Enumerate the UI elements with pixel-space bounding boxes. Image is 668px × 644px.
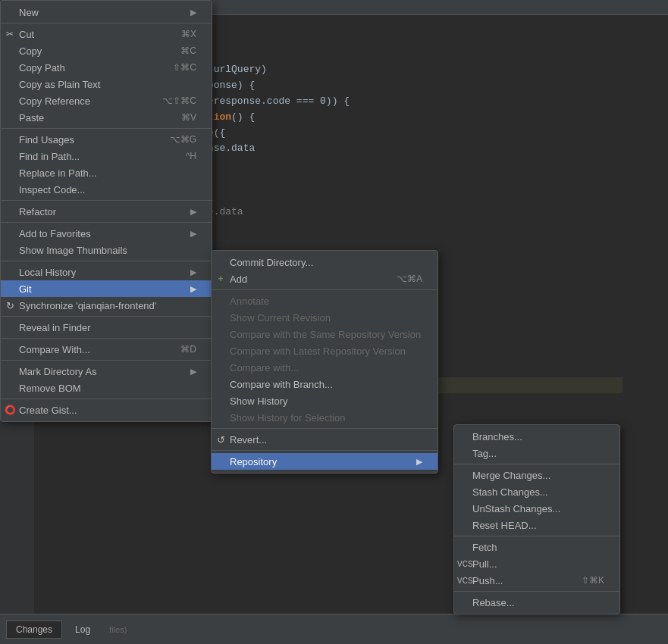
repo-pull[interactable]: VCS Pull...: [454, 555, 619, 572]
repo-branches[interactable]: Branches...: [454, 428, 619, 445]
repo-unstash[interactable]: UnStash Changes...: [454, 500, 619, 517]
menu-item-gist[interactable]: ⭕ Create Gist...: [1, 402, 212, 418]
repo-stash[interactable]: Stash Changes...: [454, 483, 619, 500]
menu-item-find-usages[interactable]: Find Usages ⌥⌘G: [1, 131, 212, 148]
add-icon: +: [215, 274, 227, 284]
bottom-bar: Changes Log files): [0, 614, 668, 644]
repo-push[interactable]: VCS Push... ⇧⌘K: [454, 572, 619, 589]
menu-item-cut[interactable]: ✂ Cut ⌘X: [1, 26, 212, 42]
menu-item-copy-plain[interactable]: Copy as Plain Text: [1, 76, 212, 92]
menu-separator: [1, 23, 212, 23]
menu-separator: [454, 536, 619, 536]
menu-separator: [212, 450, 437, 451]
arrow-icon: ▶: [190, 229, 196, 239]
arrow-icon: ▶: [190, 267, 196, 277]
push-icon: VCS: [457, 577, 469, 585]
menu-item-remove-bom[interactable]: Remove BOM: [1, 380, 212, 396]
arrow-icon: ▶: [190, 367, 196, 377]
menu-item-mark-dir[interactable]: Mark Directory As ▶: [1, 363, 212, 380]
bottom-status: files): [109, 625, 127, 634]
cut-icon: ✂: [4, 29, 16, 39]
sync-icon: ↻: [4, 300, 16, 311]
tab-log[interactable]: Log: [65, 621, 100, 639]
pull-icon: VCS: [457, 560, 469, 568]
arrow-icon: ▶: [190, 207, 196, 217]
menu-separator: [1, 261, 212, 261]
git-commit-dir[interactable]: Commit Directory...: [212, 254, 437, 270]
menu-separator: [212, 428, 437, 429]
git-add[interactable]: + Add ⌥⌘A: [212, 270, 437, 287]
context-menu: New ▶ ✂ Cut ⌘X Copy ⌘C Copy Path ⇧⌘C Cop…: [0, 0, 212, 422]
git-show-history[interactable]: Show History: [212, 392, 437, 409]
menu-separator: [1, 222, 212, 223]
repo-merge[interactable]: Merge Changes...: [454, 467, 619, 483]
menu-item-copy[interactable]: Copy ⌘C: [1, 42, 212, 59]
menu-separator: [212, 289, 437, 290]
arrow-icon: ▶: [416, 457, 422, 467]
menu-separator: [1, 399, 212, 399]
git-history-selection[interactable]: Show History for Selection: [212, 409, 437, 426]
git-compare-latest[interactable]: Compare with Latest Repository Version: [212, 342, 437, 359]
arrow-icon: ▶: [190, 284, 196, 294]
git-compare-branch[interactable]: Compare with Branch...: [212, 376, 437, 392]
menu-item-local-history[interactable]: Local History ▶: [1, 264, 212, 280]
git-compare-same[interactable]: Compare with the Same Repository Version: [212, 326, 437, 342]
git-annotate[interactable]: Annotate: [212, 292, 437, 309]
menu-separator: [454, 464, 619, 464]
menu-item-replace-path[interactable]: Replace in Path...: [1, 164, 212, 181]
git-compare-with[interactable]: Compare with...: [212, 359, 437, 376]
git-show-current[interactable]: Show Current Revision: [212, 309, 437, 326]
git-submenu: Commit Directory... + Add ⌥⌘A Annotate S…: [211, 250, 438, 474]
git-repository[interactable]: Repository ▶: [212, 453, 437, 470]
git-revert[interactable]: ↺ Revert...: [212, 431, 437, 448]
repo-tag[interactable]: Tag...: [454, 445, 619, 461]
menu-item-compare[interactable]: Compare With... ⌘D: [1, 341, 212, 358]
menu-separator: [1, 200, 212, 201]
menu-separator: [1, 316, 212, 317]
repo-fetch[interactable]: Fetch: [454, 539, 619, 555]
menu-item-thumbnails[interactable]: Show Image Thumbnails: [1, 242, 212, 258]
repo-rebase[interactable]: Rebase...: [454, 594, 619, 611]
menu-item-paste[interactable]: Paste ⌘V: [1, 109, 212, 126]
menu-separator: [1, 338, 212, 339]
menu-item-synchronize[interactable]: ↻ Synchronize 'qianqian-frontend': [1, 297, 212, 314]
menu-item-new[interactable]: New ▶: [1, 4, 212, 20]
menu-item-find-path[interactable]: Find in Path... ^H: [1, 148, 212, 164]
tab-changes[interactable]: Changes: [6, 621, 62, 639]
menu-item-git[interactable]: Git ▶: [1, 280, 212, 297]
gist-icon: ⭕: [4, 405, 16, 415]
menu-item-refactor[interactable]: Refactor ▶: [1, 203, 212, 220]
menu-item-reveal-finder[interactable]: Reveal in Finder: [1, 319, 212, 336]
repository-submenu: Branches... Tag... Merge Changes... Stas…: [453, 424, 620, 614]
menu-separator: [1, 128, 212, 129]
menu-item-favorites[interactable]: Add to Favorites ▶: [1, 225, 212, 242]
repo-reset-head[interactable]: Reset HEAD...: [454, 517, 619, 533]
menu-item-copy-path[interactable]: Copy Path ⇧⌘C: [1, 59, 212, 76]
menu-item-copy-ref[interactable]: Copy Reference ⌥⇧⌘C: [1, 92, 212, 109]
menu-separator: [454, 591, 619, 592]
revert-icon: ↺: [215, 434, 227, 445]
arrow-icon: ▶: [190, 8, 196, 17]
menu-item-inspect-code[interactable]: Inspect Code...: [1, 181, 212, 198]
menu-separator: [1, 360, 212, 361]
